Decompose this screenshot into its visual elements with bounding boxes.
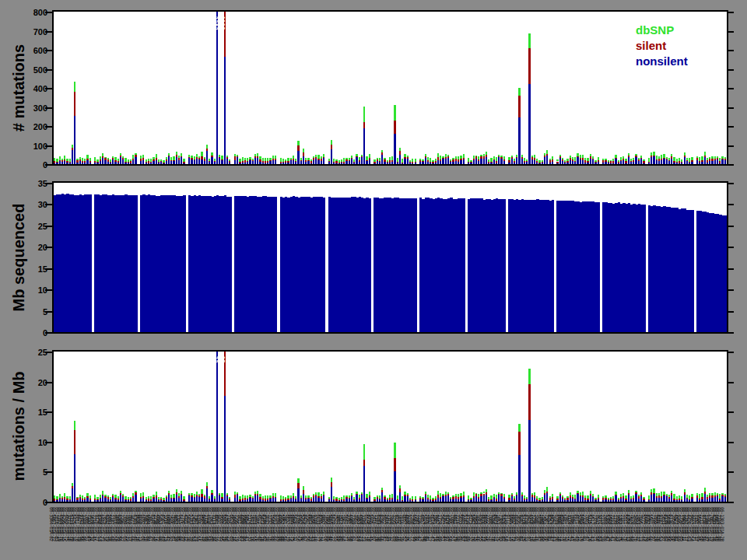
bar-segment-silent — [594, 162, 596, 163]
bar-segment-nonsilent — [564, 163, 566, 164]
bar-segment-silent — [120, 493, 121, 494]
bar-segment-dbsnp — [287, 495, 289, 499]
bar-segment-dbsnp — [514, 496, 515, 499]
bar-segment-nonsilent — [135, 157, 136, 164]
bar-segment-dbsnp — [239, 159, 240, 162]
bar-segment-silent — [704, 492, 706, 494]
bar-segment-silent — [110, 162, 111, 163]
bar-segment-dbsnp — [566, 496, 568, 498]
bar-segment-nonsilent — [252, 499, 254, 502]
bar-segment-nonsilent — [310, 163, 312, 164]
bar-segment-silent — [574, 161, 576, 162]
bar-segment-dbsnp — [531, 156, 533, 157]
bar-segment-dbsnp — [173, 156, 174, 160]
bar-segment-dbsnp — [552, 494, 553, 497]
bar-segment-silent — [262, 161, 264, 163]
bar-segment-silent — [313, 495, 314, 498]
bar-segment-nonsilent — [64, 499, 65, 502]
bar-segment-nonsilent — [349, 499, 350, 502]
bar-segment-nonsilent — [490, 163, 492, 164]
bar-segment-nonsilent — [307, 161, 309, 164]
y-tick-label: 20 — [13, 378, 47, 387]
bar-segment-silent — [130, 161, 132, 163]
bar-segment-nonsilent — [183, 163, 184, 165]
bar-segment-silent — [219, 495, 220, 495]
bar-segment-silent — [214, 499, 216, 499]
bar-segment-silent — [552, 497, 553, 499]
bar-segment-nonsilent — [427, 162, 429, 164]
bar-segment-nonsilent — [407, 496, 409, 502]
bar-segment-silent — [622, 496, 624, 498]
bar-segment-dbsnp — [176, 489, 177, 492]
bar-segment-nonsilent — [335, 163, 337, 164]
bar-segment-nonsilent — [361, 157, 363, 164]
bar-segment-silent — [117, 161, 119, 163]
bar-segment-nonsilent — [381, 155, 383, 164]
bar-segment-dbsnp — [374, 159, 375, 161]
bar-segment-dbsnp — [194, 156, 195, 159]
bar-segment-silent — [84, 161, 86, 163]
plot-area-num-mutations: 22521162 — [54, 12, 727, 164]
bar-segment-dbsnp — [580, 492, 581, 495]
bar-segment-silent — [211, 156, 212, 157]
bar-segment-dbsnp — [188, 155, 190, 156]
bar-segment-nonsilent — [704, 157, 706, 164]
bar-segment-silent — [719, 499, 721, 500]
bar-segment-silent — [146, 499, 147, 500]
bar-segment-silent — [153, 497, 154, 498]
bar-segment-dbsnp — [668, 495, 670, 497]
bar-segment-dbsnp — [160, 159, 162, 161]
bar-segment-silent — [518, 96, 520, 118]
bar-segment-dbsnp — [142, 492, 144, 495]
bar-segment-silent — [104, 158, 106, 160]
bar-segment-nonsilent — [463, 159, 465, 164]
bar-segment-nonsilent — [549, 500, 551, 502]
bar-segment-dbsnp — [661, 492, 662, 495]
bar-segment-silent — [584, 498, 586, 500]
bar-segment-silent — [643, 161, 644, 163]
bar-segment-silent — [534, 158, 535, 160]
bar-segment-dbsnp — [475, 493, 477, 495]
bar-segment-silent — [363, 122, 365, 128]
bar-segment-silent — [353, 499, 355, 500]
bar-segment-nonsilent — [122, 497, 124, 502]
bar-segment-dbsnp — [74, 82, 75, 92]
bar-segment-silent — [242, 499, 244, 500]
bar-segment-nonsilent — [653, 156, 654, 164]
bar-segment-nonsilent — [402, 163, 403, 164]
bar-segment-nonsilent — [625, 500, 626, 502]
bar-segment-dbsnp — [356, 492, 357, 494]
bar-segment-dbsnp — [536, 496, 538, 499]
bar-segment-nonsilent — [82, 500, 83, 502]
bar-segment-silent — [293, 159, 294, 160]
bar-segment-silent — [379, 161, 381, 162]
bar-segment-silent — [679, 161, 680, 163]
bar-segment-silent — [635, 156, 637, 157]
bar-segment-silent — [572, 497, 573, 499]
bar-segment-dbsnp — [226, 493, 228, 495]
bar-segment-dbsnp — [114, 495, 116, 498]
bar-segment-dbsnp — [391, 156, 393, 160]
bar-segment-nonsilent — [661, 498, 662, 502]
bar-segment-nonsilent — [84, 163, 86, 164]
bar-segment-silent — [511, 157, 513, 159]
bar-segment-nonsilent — [181, 157, 182, 164]
bar-segment-silent — [287, 161, 289, 163]
bar-segment-dbsnp — [96, 159, 98, 162]
bar-segment-silent — [701, 497, 703, 499]
bar-segment-nonsilent — [409, 500, 411, 502]
bar-segment-dbsnp — [359, 157, 360, 160]
bar-segment-dbsnp — [229, 497, 230, 499]
bar-segment-nonsilent — [176, 157, 177, 164]
bar-segment-nonsilent — [351, 496, 352, 502]
bar-segment-nonsilent — [96, 500, 98, 502]
bar-segment-dbsnp — [107, 495, 109, 497]
bar-segment-dbsnp — [265, 495, 266, 499]
bar-segment-nonsilent — [201, 159, 202, 164]
bar-segment-silent — [114, 160, 116, 162]
bar-segment-nonsilent — [709, 498, 710, 502]
bar-segment-dbsnp — [490, 495, 492, 499]
bar-segment-dbsnp — [209, 496, 210, 499]
bar-segment-dbsnp — [480, 492, 482, 494]
bar-segment-silent — [107, 159, 109, 162]
